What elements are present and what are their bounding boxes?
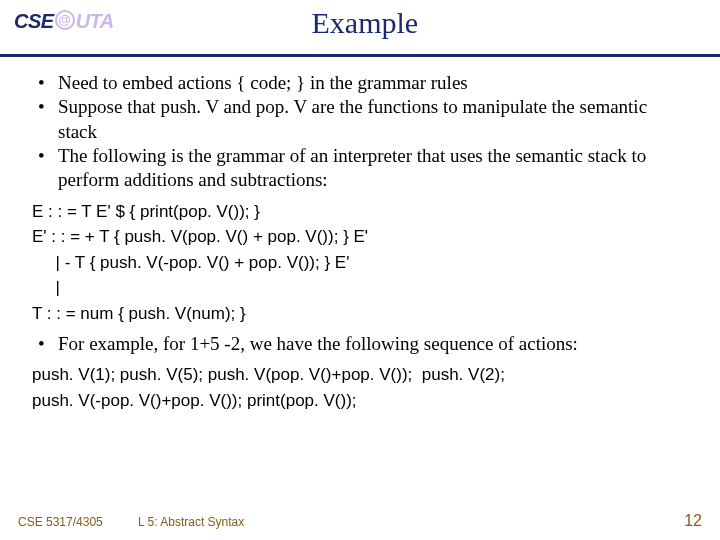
bullet-item: For example, for 1+5 -2, we have the fol… <box>32 332 690 356</box>
bullet-item: The following is the grammar of an inter… <box>32 144 690 193</box>
grammar-line: E : : = T E' $ { print(pop. V()); } <box>32 199 690 225</box>
grammar-line: | - T { push. V(-pop. V() + pop. V()); }… <box>32 250 690 276</box>
bullet-list-2: For example, for 1+5 -2, we have the fol… <box>32 332 690 356</box>
bullet-list-1: Need to embed actions { code; } in the g… <box>32 71 690 193</box>
page-title: Example <box>114 6 706 40</box>
header: CSE @ UTA Example <box>0 0 720 54</box>
footer-course: CSE 5317/4305 <box>18 515 138 529</box>
footer-page: 12 <box>684 512 702 530</box>
logo-uta: UTA <box>76 10 114 33</box>
grammar-line: E' : : = + T { push. V(pop. V() + pop. V… <box>32 224 690 250</box>
footer: CSE 5317/4305 L 5: Abstract Syntax 12 <box>0 512 720 530</box>
grammar-block: E : : = T E' $ { print(pop. V()); } E' :… <box>32 199 690 327</box>
logo-cse: CSE <box>14 10 54 33</box>
bullet-item: Need to embed actions { code; } in the g… <box>32 71 690 95</box>
grammar-line: T : : = num { push. V(num); } <box>32 301 690 327</box>
logo-at-icon: @ <box>55 10 75 30</box>
grammar-line: | <box>32 275 690 301</box>
footer-lecture: L 5: Abstract Syntax <box>138 515 244 529</box>
logo: CSE @ UTA <box>14 10 114 33</box>
actions-line: push. V(1); push. V(5); push. V(pop. V()… <box>32 362 690 388</box>
actions-line: push. V(-pop. V()+pop. V()); print(pop. … <box>32 388 690 414</box>
bullet-item: Suppose that push. V and pop. V are the … <box>32 95 690 144</box>
content: Need to embed actions { code; } in the g… <box>0 57 720 413</box>
actions-block: push. V(1); push. V(5); push. V(pop. V()… <box>32 362 690 413</box>
